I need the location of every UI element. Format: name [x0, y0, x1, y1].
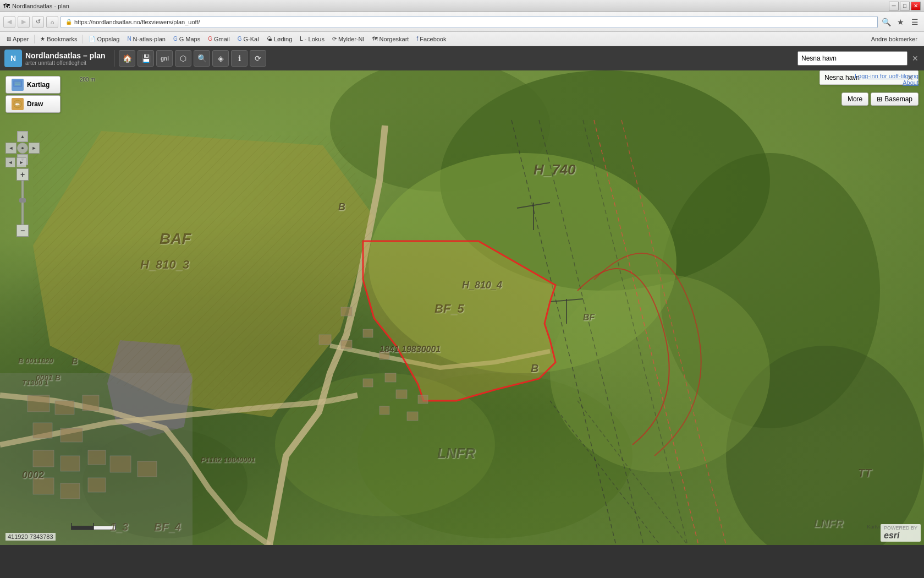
url-text: https://nordlandsatlas.no/flexviewers/pl… — [74, 19, 200, 25]
bookmark-lokus[interactable]: L - Lokus — [296, 35, 328, 43]
search-area: ✕ — [798, 51, 920, 66]
bookmark-loding[interactable]: 🌤 Løding — [263, 35, 296, 43]
horizontal-nav: ◄ ► — [6, 157, 26, 167]
bookmark-star-icon[interactable]: ★ — [894, 16, 906, 28]
app-logo: N Nordlandsatlas – plan arter unntatt of… — [4, 50, 105, 67]
bookmark-oppslag[interactable]: 📄 Oppslag — [85, 35, 123, 43]
map-navigation: ▲ ◄ ● ► ▼ + − — [6, 131, 40, 237]
bookmark-gkal[interactable]: G G-Kal — [234, 35, 262, 43]
nav-right-button[interactable]: ► — [16, 157, 26, 167]
left-panel: Kartlag ✏ Draw — [6, 76, 61, 114]
weather-icon: 🌤 — [267, 36, 272, 42]
minimize-button[interactable]: ─ — [889, 2, 899, 10]
bookmark-separator-2 — [82, 35, 83, 43]
nav-left-button[interactable]: ◄ — [6, 157, 15, 167]
zoom-slider-track[interactable] — [21, 181, 24, 225]
gmail-icon: G — [208, 36, 212, 42]
lokus-icon: L — [300, 36, 303, 42]
scale-label: 200 m — [80, 77, 95, 83]
back-button[interactable]: ◀ — [3, 16, 15, 28]
more-button[interactable]: More — [842, 92, 868, 106]
lock-icon: 🔒 — [65, 19, 72, 25]
oppslag-icon: 📄 — [89, 36, 95, 42]
svg-rect-58 — [15, 84, 20, 85]
app-toolbar: N Nordlandsatlas – plan arter unntatt of… — [0, 46, 924, 70]
login-link[interactable]: Logg-inn for uoff-tilgang — [855, 73, 919, 79]
toolbar-separator — [114, 50, 114, 67]
forward-button[interactable]: ▶ — [18, 16, 30, 28]
bookmarks-bar: ⊞ Apper ★ Bookmarks 📄 Oppslag N N-atlas-… — [0, 32, 924, 46]
basemap-label: Basemap — [884, 95, 912, 103]
bookmark-bookmarks[interactable]: ★ Bookmarks — [37, 35, 80, 43]
address-bar[interactable]: 🔒 https://nordlandsatlas.no/flexviewers/… — [61, 16, 878, 28]
pan-right-button[interactable]: ► — [29, 143, 40, 154]
draw-button[interactable]: ✏ Draw — [6, 95, 61, 113]
bookmark-natlas[interactable]: N N-atlas-plan — [124, 35, 169, 43]
bookmark-gmail[interactable]: G Gmail — [205, 35, 233, 43]
basemap-icon: ⊞ — [877, 95, 882, 103]
bookmark-mylder[interactable]: ⟳ Mylder-NI — [329, 35, 368, 43]
zoom-in-button[interactable]: + — [16, 168, 29, 181]
app-title: Nordlandsatlas – plan — [25, 51, 105, 60]
pan-left-button[interactable]: ◄ — [6, 143, 16, 154]
search-tool-button[interactable]: 🔍 — [194, 50, 210, 67]
close-button[interactable]: ✕ — [911, 2, 921, 10]
coordinates-display: 411920 7343783 — [6, 533, 56, 541]
search-input[interactable] — [798, 51, 908, 66]
title-bar: 🗺 Nordlandsatlas - plan ─ □ ✕ — [0, 0, 924, 12]
tab-title: Nordlandsatlas - plan — [12, 3, 889, 9]
search-icon[interactable]: 🔍 — [880, 16, 892, 28]
map-controls-area: More ⊞ Basemap — [842, 92, 919, 106]
map-container[interactable]: BAF H_810_3 H_740 BF_5 H_810_4 B 1841 19… — [0, 70, 924, 545]
settings-tool-button[interactable]: ⟳ — [250, 50, 266, 67]
draw-icon: ✏ — [12, 98, 24, 110]
home-tool-button[interactable]: 🏠 — [119, 50, 135, 67]
bookmark-norgeskart[interactable]: 🗺 Norgeskart — [369, 35, 413, 43]
gmaps-icon: G — [173, 36, 178, 42]
mylder-icon: ⟳ — [332, 36, 337, 42]
pan-center-button[interactable]: ● — [17, 143, 28, 154]
svg-rect-57 — [15, 83, 20, 84]
window-controls: ─ □ ✕ — [889, 2, 921, 10]
zoom-control: + − — [16, 168, 29, 237]
app-subtitle: arter unntatt offentlegheit — [25, 60, 105, 66]
esri-logo: POWERED BY esri — [881, 524, 921, 542]
navigation-bar: ◀ ▶ ↺ ⌂ 🔒 https://nordlandsatlas.no/flex… — [0, 12, 924, 32]
zoom-out-button[interactable]: − — [16, 225, 29, 237]
facebook-icon: f — [416, 36, 418, 42]
bookmark-separator — [34, 35, 35, 43]
layer-tool-button[interactable]: ⬡ — [175, 50, 191, 67]
info-tool-button[interactable]: ℹ — [231, 50, 248, 67]
nav-right-controls: 🔍 ★ ☰ — [880, 16, 921, 28]
maximize-button[interactable]: □ — [900, 2, 910, 10]
gni-tool-button[interactable]: gni — [156, 50, 173, 67]
bookmarks-icon: ★ — [40, 36, 45, 42]
apper-icon: ⊞ — [7, 36, 11, 42]
svg-rect-56 — [14, 81, 21, 86]
svg-text:✏: ✏ — [15, 102, 20, 107]
basemap-button[interactable]: ⊞ Basemap — [871, 92, 919, 106]
menu-icon[interactable]: ☰ — [909, 16, 921, 28]
select-tool-button[interactable]: ◈ — [212, 50, 229, 67]
search-close-icon[interactable]: ✕ — [911, 53, 920, 64]
kartlag-button[interactable]: Kartlag — [6, 76, 61, 94]
kartlag-icon — [12, 79, 24, 91]
about-link[interactable]: About — [903, 79, 919, 86]
more-bookmarks-button[interactable]: Andre bokmerker — [868, 35, 921, 43]
bookmark-facebook[interactable]: f Facebook — [413, 35, 449, 43]
pan-up-button[interactable]: ▲ — [17, 131, 28, 142]
login-link-area: Logg-inn for uoff-tilgang About — [855, 73, 919, 86]
zoom-slider-thumb[interactable] — [19, 198, 26, 203]
zone-purple — [107, 340, 193, 437]
gkal-icon: G — [238, 36, 242, 42]
natlas-icon: N — [127, 36, 131, 42]
reload-button[interactable]: ↺ — [32, 16, 44, 28]
esri-text: esri — [884, 531, 917, 541]
powered-by-text: POWERED BY — [884, 525, 917, 531]
bookmark-apper[interactable]: ⊞ Apper — [3, 35, 32, 43]
norgeskart-icon: 🗺 — [372, 36, 378, 42]
home-button[interactable]: ⌂ — [46, 16, 58, 28]
app-title-block: Nordlandsatlas – plan arter unntatt offe… — [25, 51, 105, 66]
bookmark-gmaps[interactable]: G G Maps — [170, 35, 204, 43]
save-tool-button[interactable]: 💾 — [138, 50, 154, 67]
